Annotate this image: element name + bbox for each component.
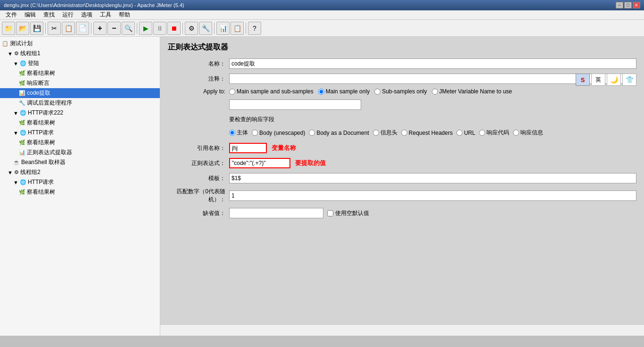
radio-body-doc[interactable]: Body as a Document: [309, 130, 369, 136]
maximize-button[interactable]: □: [624, 2, 632, 8]
expand-icon-1: ▼: [8, 51, 13, 57]
tree-item-code-extract[interactable]: 📊 code提取: [0, 88, 160, 98]
close-button[interactable]: ✕: [633, 2, 640, 8]
radio-resp-code[interactable]: 响应代码: [479, 129, 509, 137]
radio-main-sub[interactable]: Main sample and sub-samples: [229, 88, 314, 95]
tool-copy[interactable]: 📋: [62, 22, 75, 35]
tool-add[interactable]: +: [93, 22, 107, 35]
radio-main-sub-input[interactable]: [229, 89, 235, 95]
tree-item-view-result1[interactable]: 🌿 察看结果树: [0, 68, 160, 78]
radio-info-head-input[interactable]: [373, 130, 379, 136]
menu-help[interactable]: 帮助: [115, 10, 134, 20]
debug-post-icon: 🔧: [19, 100, 25, 106]
tool-debug[interactable]: 🔧: [199, 22, 212, 35]
tree-item-testplan[interactable]: 📋 测试计划: [0, 39, 160, 49]
ref-name-label: 引用名称：: [168, 144, 229, 152]
ref-name-field-wrapper: 变量名称: [229, 143, 296, 153]
radio-main-only[interactable]: Main sample only: [318, 88, 370, 95]
menu-options[interactable]: 选项: [77, 10, 96, 20]
radio-main-only-input[interactable]: [318, 89, 324, 95]
menu-run[interactable]: 运行: [58, 10, 77, 20]
ime-btn-shirt[interactable]: 👕: [622, 74, 636, 86]
ime-btn-en[interactable]: 英: [591, 74, 605, 86]
radio-body[interactable]: 主体: [229, 129, 248, 137]
tree-panel: 📋 测试计划 ▼ ⚙ 线程组1 ▼ 🌐 登陆 🌿 察看结果树 🌿 响应断言 �: [0, 37, 160, 336]
tree-item-http222[interactable]: ▼ 🌐 HTTP请求222: [0, 108, 160, 118]
apply-to-options: Main sample and sub-samples Main sample …: [229, 88, 636, 110]
tree-item-beanshell[interactable]: ☕ BeanShell 取样器: [0, 157, 160, 167]
tree-item-debug-postprocessor[interactable]: 🔧 调试后置处理程序: [0, 98, 160, 108]
radio-info-head[interactable]: 信息头: [373, 129, 397, 137]
regex-annotation: 要提取的值: [295, 159, 326, 167]
ref-name-input[interactable]: [229, 143, 267, 153]
tool-remove[interactable]: −: [107, 22, 121, 35]
window-title: denglu.jmx (C:\Users\Administrator\Deskt…: [4, 2, 184, 8]
beanshell-icon: ☕: [13, 159, 20, 165]
tree-item-threadgroup1[interactable]: ▼ ⚙ 线程组1: [0, 49, 160, 58]
ime-btn-moon[interactable]: 🌙: [607, 74, 621, 86]
radio-body-input[interactable]: [229, 130, 235, 136]
default-input[interactable]: [229, 208, 323, 218]
template-input[interactable]: [229, 173, 636, 183]
tree-label-http-req2: HTTP请求: [28, 178, 54, 186]
regex-input[interactable]: [229, 158, 290, 168]
use-empty-default-checkbox[interactable]: [327, 210, 333, 216]
radio-body-unescaped[interactable]: Body (unescaped): [252, 130, 305, 136]
menu-tools[interactable]: 工具: [96, 10, 115, 20]
menu-find[interactable]: 查找: [40, 10, 58, 20]
tree-item-login[interactable]: ▼ 🌐 登陆: [0, 58, 160, 68]
radio-body-doc-input[interactable]: [309, 130, 315, 136]
minimize-button[interactable]: −: [616, 2, 623, 8]
jmeter-var-input[interactable]: [229, 99, 361, 110]
menu-edit[interactable]: 编辑: [21, 10, 40, 20]
tool-list[interactable]: 📊: [216, 22, 230, 35]
tree-item-assertion[interactable]: 🌿 响应断言: [0, 78, 160, 88]
radio-req-headers-input[interactable]: [401, 130, 407, 136]
radio-req-headers[interactable]: Request Headers: [401, 130, 453, 136]
name-input[interactable]: [229, 58, 636, 69]
tree-label-http222: HTTP请求222: [28, 109, 63, 117]
tool-paste[interactable]: 📄: [76, 22, 89, 35]
radio-url[interactable]: URL: [456, 130, 475, 136]
use-empty-default-label[interactable]: 使用空默认值: [327, 209, 369, 217]
radio-sub-only[interactable]: Sub-samples only: [374, 88, 427, 95]
tool-stop[interactable]: ⏹: [167, 22, 181, 35]
radio-resp-msg-label: 响应信息: [520, 129, 543, 137]
radio-resp-msg[interactable]: 响应信息: [513, 129, 543, 137]
toolbar: 📁 📂 💾 ✂ 📋 📄 + − 🔍 ▶ ⏸ ⏹ ⚙ 🔧 📊 📋 ?: [0, 20, 644, 37]
tool-pause[interactable]: ⏸: [153, 22, 166, 35]
tool-start[interactable]: ▶: [139, 22, 152, 35]
radio-sub-only-input[interactable]: [374, 89, 380, 95]
radio-resp-code-input[interactable]: [479, 130, 485, 136]
tree-item-view-result3[interactable]: 🌿 察看结果树: [0, 138, 160, 148]
radio-jmeter-var-label: JMeter Variable Name to use: [439, 88, 512, 95]
radio-resp-msg-input[interactable]: [513, 130, 519, 136]
tree-item-threadgroup2[interactable]: ▼ ⚙ 线程组2: [0, 167, 160, 177]
http-req2-icon: 🌐: [20, 179, 26, 185]
tree-item-http-req2[interactable]: ▼ 🌐 HTTP请求: [0, 177, 160, 187]
radio-body-unescaped-input[interactable]: [252, 130, 258, 136]
tree-label-beanshell: BeanShell 取样器: [21, 158, 66, 166]
tool-settings[interactable]: ⚙: [185, 22, 198, 35]
match-no-input[interactable]: [229, 190, 636, 201]
tool-search[interactable]: 🔍: [122, 22, 135, 35]
tool-new[interactable]: 📁: [2, 22, 15, 35]
tool-cut[interactable]: ✂: [48, 22, 61, 35]
tree-label-assertion: 响应断言: [27, 79, 50, 87]
tool-help[interactable]: ?: [248, 22, 261, 35]
radio-jmeter-var[interactable]: JMeter Variable Name to use: [432, 88, 512, 95]
check-section-row: 要检查的响应字段: [168, 114, 636, 125]
tool-open[interactable]: 📂: [16, 22, 29, 35]
regex-input-wrapper: [229, 158, 290, 168]
radio-url-input[interactable]: [456, 130, 462, 136]
tree-item-view-result2[interactable]: 🌿 察看结果树: [0, 118, 160, 128]
tree-item-view-result4[interactable]: 🌿 察看结果树: [0, 187, 160, 197]
tree-item-regex-extractor[interactable]: 📊 正则表达式提取器: [0, 148, 160, 157]
tool-table[interactable]: 📋: [231, 22, 244, 35]
tool-save[interactable]: 💾: [30, 22, 43, 35]
tree-label-threadgroup1: 线程组1: [20, 50, 41, 58]
menu-file[interactable]: 文件: [2, 10, 21, 20]
ime-btn-s[interactable]: S: [576, 74, 590, 86]
tree-item-http-req1[interactable]: ▼ 🌐 HTTP请求: [0, 128, 160, 138]
radio-jmeter-var-input[interactable]: [432, 89, 438, 95]
